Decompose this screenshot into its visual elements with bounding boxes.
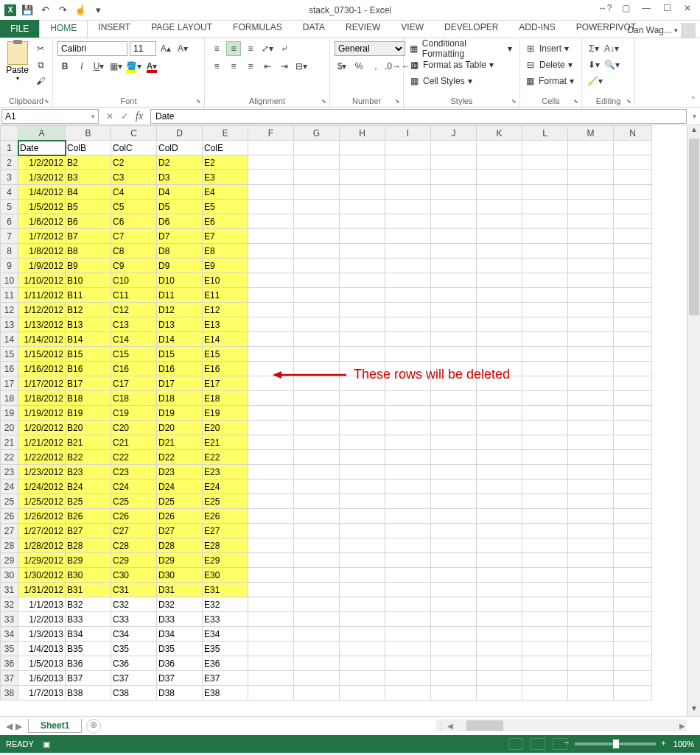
cell[interactable] — [385, 656, 431, 671]
cell[interactable] — [522, 494, 568, 509]
cell[interactable] — [431, 656, 477, 671]
cell[interactable] — [614, 538, 652, 553]
cell[interactable]: C29 — [111, 553, 157, 568]
cell[interactable] — [477, 538, 522, 553]
cell[interactable]: ColC — [111, 141, 157, 155]
cell[interactable]: B12 — [66, 303, 111, 317]
cell[interactable] — [294, 155, 340, 170]
cell[interactable]: C2 — [111, 155, 157, 170]
cell[interactable] — [340, 185, 385, 200]
row-header[interactable]: 9 — [1, 259, 18, 273]
cell[interactable] — [248, 524, 294, 538]
cell[interactable] — [477, 288, 522, 303]
cell[interactable] — [248, 406, 294, 421]
row-header[interactable]: 22 — [1, 450, 18, 465]
row-header[interactable]: 8 — [1, 244, 18, 259]
align-top-icon[interactable]: ≡ — [209, 41, 224, 56]
cell[interactable] — [294, 406, 340, 421]
cell[interactable] — [431, 244, 477, 259]
cell[interactable]: D24 — [157, 480, 203, 494]
cell[interactable] — [614, 170, 652, 185]
cell[interactable] — [614, 421, 652, 435]
cell[interactable] — [385, 553, 431, 568]
cell[interactable]: B28 — [66, 538, 111, 553]
cell[interactable] — [522, 509, 568, 524]
autosum-icon[interactable]: Σ▾ — [587, 41, 601, 56]
format-cells-button[interactable]: ▦Format▾ — [525, 74, 577, 88]
cell[interactable]: C12 — [111, 303, 157, 317]
cell[interactable]: 1/22/2012 — [18, 450, 66, 465]
cell[interactable] — [248, 642, 294, 656]
cell[interactable] — [568, 568, 614, 583]
column-header-K[interactable]: K — [477, 126, 522, 141]
cell[interactable]: C9 — [111, 259, 157, 273]
cell[interactable] — [340, 273, 385, 288]
cell[interactable] — [431, 185, 477, 200]
cell[interactable]: 1/1/2013 — [18, 597, 66, 612]
cell[interactable] — [522, 421, 568, 435]
cell[interactable] — [248, 509, 294, 524]
cell[interactable]: B15 — [66, 347, 111, 362]
cell[interactable] — [431, 288, 477, 303]
cell[interactable] — [294, 612, 340, 627]
cell[interactable] — [248, 317, 294, 332]
cell[interactable]: E12 — [203, 303, 248, 317]
cell[interactable] — [614, 259, 652, 273]
column-header-C[interactable]: C — [111, 126, 157, 141]
cell[interactable] — [248, 480, 294, 494]
row-header[interactable]: 12 — [1, 303, 18, 317]
cell[interactable] — [340, 538, 385, 553]
cell[interactable]: C16 — [111, 362, 157, 376]
increase-decimal-icon[interactable]: .0→ — [385, 59, 400, 74]
cell[interactable] — [477, 244, 522, 259]
cell[interactable]: E38 — [203, 686, 248, 700]
cell[interactable]: 1/10/2012 — [18, 273, 66, 288]
cell[interactable] — [340, 288, 385, 303]
cell[interactable]: B24 — [66, 480, 111, 494]
cell[interactable]: D15 — [157, 347, 203, 362]
cell[interactable] — [522, 612, 568, 627]
cell[interactable] — [294, 686, 340, 700]
cell[interactable] — [248, 347, 294, 362]
fit-width-icon[interactable]: ↔? — [595, 3, 615, 18]
row-header[interactable]: 25 — [1, 494, 18, 509]
cell[interactable]: B30 — [66, 568, 111, 583]
cell[interactable] — [522, 347, 568, 362]
column-header-I[interactable]: I — [385, 126, 431, 141]
cell[interactable] — [248, 288, 294, 303]
cell[interactable]: D4 — [157, 185, 203, 200]
cell[interactable] — [568, 509, 614, 524]
cell[interactable] — [568, 273, 614, 288]
paste-button[interactable]: Paste ▾ — [4, 41, 30, 95]
cell[interactable] — [614, 391, 652, 406]
cell[interactable]: E10 — [203, 273, 248, 288]
cell[interactable]: 1/19/2012 — [18, 406, 66, 421]
cell[interactable] — [294, 229, 340, 244]
cell[interactable]: E37 — [203, 671, 248, 686]
cell[interactable] — [248, 538, 294, 553]
cell[interactable]: B16 — [66, 362, 111, 376]
cell[interactable]: 1/15/2012 — [18, 347, 66, 362]
cell[interactable]: 1/5/2012 — [18, 200, 66, 214]
cell[interactable] — [522, 214, 568, 229]
column-header-M[interactable]: M — [568, 126, 614, 141]
ribbon-options-icon[interactable]: ▢ — [616, 3, 635, 18]
cell[interactable]: D29 — [157, 553, 203, 568]
cell[interactable] — [614, 465, 652, 480]
cell[interactable]: 1/8/2012 — [18, 244, 66, 259]
cell[interactable]: D12 — [157, 303, 203, 317]
cell[interactable]: E34 — [203, 627, 248, 642]
cell[interactable]: C17 — [111, 376, 157, 391]
cell[interactable] — [340, 214, 385, 229]
cell[interactable] — [248, 494, 294, 509]
cell[interactable]: C18 — [111, 391, 157, 406]
row-header[interactable]: 7 — [1, 229, 18, 244]
percent-icon[interactable]: % — [351, 59, 366, 74]
cell[interactable] — [477, 317, 522, 332]
align-center-icon[interactable]: ≡ — [226, 59, 241, 74]
cell[interactable] — [431, 391, 477, 406]
cell[interactable] — [385, 583, 431, 597]
cell[interactable] — [477, 553, 522, 568]
cell[interactable] — [431, 627, 477, 642]
orientation-icon[interactable]: ⤢▾ — [260, 41, 275, 56]
